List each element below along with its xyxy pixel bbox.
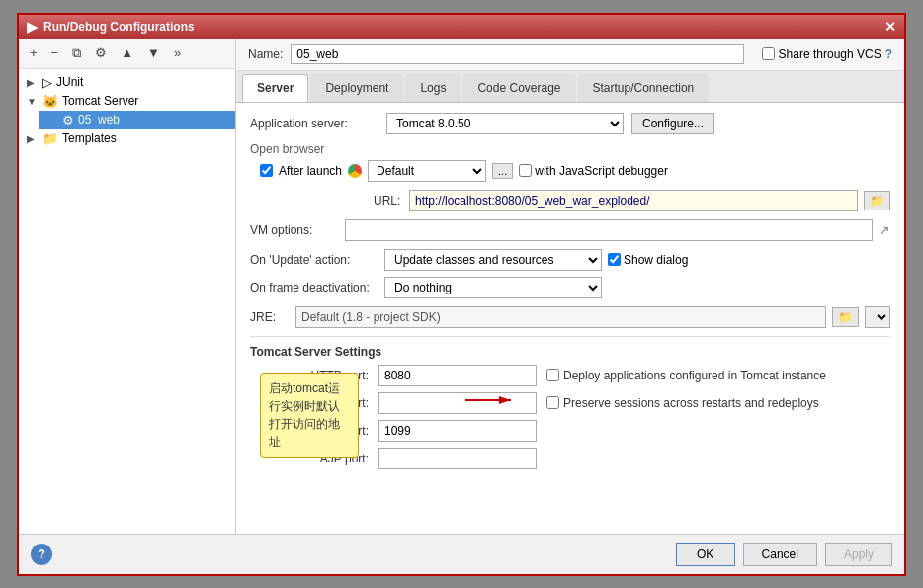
help-button[interactable]: ?	[31, 544, 52, 565]
tab-server[interactable]: Server	[242, 74, 308, 102]
junit-icon: ▷	[42, 75, 52, 90]
http-port-input[interactable]	[378, 365, 537, 386]
deploy-check-label: Deploy applications configured in Tomcat…	[563, 369, 826, 382]
run-debug-dialog: ▶ Run/Debug Configurations ✕ + − ⧉ ⚙ ▲ ▼…	[17, 13, 906, 576]
server-panel: Application server: Tomcat 8.0.50 Config…	[236, 103, 904, 534]
tree-item-tomcat-label: Tomcat Server	[62, 94, 138, 108]
on-update-select[interactable]: Update classes and resources Do nothing	[384, 249, 602, 271]
tab-logs[interactable]: Logs	[405, 74, 461, 102]
preserve-check-label: Preserve sessions across restarts and re…	[563, 396, 819, 410]
tree-toolbar: + − ⧉ ⚙ ▲ ▼ »	[19, 39, 235, 69]
expand-tomcat-icon: ▼	[27, 96, 39, 107]
browser-row: After launch Default ... with JavaScript…	[250, 160, 890, 182]
main-content: + − ⧉ ⚙ ▲ ▼ » ▶ ▷ JUnit ▼ 🐱 Tomc	[19, 39, 904, 534]
vcs-help-icon: ?	[885, 47, 892, 61]
remove-config-button[interactable]: −	[46, 42, 64, 63]
move-down-button[interactable]: ▼	[142, 42, 165, 63]
on-frame-row: On frame deactivation: Do nothing Update…	[250, 277, 890, 298]
on-update-row: On 'Update' action: Update classes and r…	[250, 249, 890, 271]
vm-options-row: VM options: ↗	[250, 219, 890, 241]
browser-more-button[interactable]: ...	[492, 163, 513, 179]
ajp-port-input[interactable]	[378, 448, 537, 469]
config-tree: ▶ ▷ JUnit ▼ 🐱 Tomcat Server ⚙ 05_web	[19, 69, 235, 534]
jre-browse-button[interactable]: 📁	[832, 307, 859, 327]
copy-config-button[interactable]: ⧉	[67, 42, 86, 64]
jmx-port-input[interactable]	[378, 420, 537, 442]
settings-title: Tomcat Server Settings	[250, 345, 890, 359]
move-up-button[interactable]: ▲	[116, 42, 138, 63]
url-label: URL:	[374, 194, 403, 208]
configure-button[interactable]: Configure...	[631, 113, 714, 134]
left-panel: + − ⧉ ⚙ ▲ ▼ » ▶ ▷ JUnit ▼ 🐱 Tomc	[19, 39, 236, 534]
browser-select[interactable]: Default	[368, 160, 486, 182]
tree-item-05web-label: 05_web	[78, 113, 120, 126]
tab-startup[interactable]: Startup/Connection	[578, 74, 710, 102]
on-update-label: On 'Update' action:	[250, 253, 378, 267]
title-bar: ▶ Run/Debug Configurations ✕	[19, 15, 904, 39]
url-folder-button[interactable]: 📁	[864, 191, 890, 210]
tree-item-templates-label: Templates	[62, 131, 117, 145]
tree-item-junit[interactable]: ▶ ▷ JUnit	[19, 73, 235, 92]
05web-icon: ⚙	[62, 113, 74, 127]
deploy-check-row: Deploy applications configured in Tomcat…	[546, 369, 890, 382]
tree-item-05web[interactable]: ⚙ 05_web	[39, 111, 235, 129]
expand-junit-icon: ▶	[27, 77, 39, 88]
app-server-row: Application server: Tomcat 8.0.50 Config…	[250, 113, 890, 134]
more-button[interactable]: »	[169, 42, 186, 63]
tomcat-children: ⚙ 05_web	[19, 111, 235, 129]
tomcat-icon: 🐱	[42, 94, 58, 109]
jre-input[interactable]	[295, 306, 826, 328]
tab-bar: Server Deployment Logs Code Coverage Sta…	[236, 71, 904, 103]
name-label: Name:	[248, 47, 283, 61]
app-server-select[interactable]: Tomcat 8.0.50	[386, 113, 624, 134]
cancel-button[interactable]: Cancel	[743, 543, 817, 566]
dialog-icon: ▶	[27, 19, 38, 35]
show-dialog-checkbox[interactable]	[608, 253, 621, 266]
vm-expand-icon: ↗	[879, 222, 890, 238]
close-button[interactable]: ✕	[884, 19, 896, 35]
apply-button[interactable]: Apply	[825, 543, 892, 566]
js-debugger-row: with JavaScript debugger	[519, 164, 668, 178]
settings-config-button[interactable]: ⚙	[90, 42, 112, 63]
share-vcs-label: Share through VCS	[779, 47, 881, 61]
add-config-button[interactable]: +	[25, 42, 42, 63]
tab-deployment[interactable]: Deployment	[310, 74, 403, 102]
after-launch-label: After launch	[279, 164, 342, 178]
chrome-icon	[348, 164, 362, 178]
url-row: URL: 📁	[364, 190, 890, 211]
jre-label: JRE:	[250, 310, 290, 324]
bottom-bar: ? OK Cancel Apply	[19, 534, 904, 574]
name-input[interactable]	[291, 44, 743, 64]
share-vcs-area: Share through VCS ?	[762, 47, 892, 61]
tree-item-templates[interactable]: ▶ 📁 Templates	[19, 129, 235, 148]
open-browser-label: Open browser	[250, 142, 890, 156]
name-bar: Name: Share through VCS ?	[236, 39, 904, 71]
annotation-bubble: 启动tomcat运行实例时默认打开访问的地址	[260, 373, 359, 458]
preserve-check-row: Preserve sessions across restarts and re…	[546, 396, 890, 410]
jre-select[interactable]	[865, 306, 890, 328]
js-debugger-checkbox[interactable]	[519, 164, 532, 177]
deploy-checkbox[interactable]	[546, 369, 559, 381]
preserve-checkbox[interactable]	[546, 396, 559, 409]
templates-icon: 📁	[42, 131, 58, 146]
ok-button[interactable]: OK	[676, 543, 735, 566]
url-input[interactable]	[409, 190, 858, 211]
dialog-title: Run/Debug Configurations	[43, 20, 195, 34]
tree-item-tomcat[interactable]: ▼ 🐱 Tomcat Server	[19, 92, 235, 111]
tree-item-junit-label: JUnit	[56, 75, 83, 89]
tab-code-coverage[interactable]: Code Coverage	[462, 74, 575, 102]
on-frame-label: On frame deactivation:	[250, 281, 378, 294]
js-debugger-label: with JavaScript debugger	[535, 164, 668, 178]
app-server-label: Application server:	[250, 117, 378, 130]
jre-row: JRE: 📁	[250, 306, 890, 337]
after-launch-checkbox[interactable]	[260, 164, 273, 177]
show-dialog-label: Show dialog	[624, 253, 688, 267]
show-dialog-row: Show dialog	[608, 253, 688, 267]
on-frame-select[interactable]: Do nothing Update classes and resources	[384, 277, 602, 298]
share-vcs-checkbox[interactable]	[762, 47, 775, 60]
vm-options-label: VM options:	[250, 223, 339, 237]
right-panel: Name: Share through VCS ? Server Deploym…	[236, 39, 904, 534]
url-section: 启动tomcat运行实例时默认打开访问的地址 URL: 📁	[250, 190, 890, 211]
annotation-arrow	[465, 392, 515, 408]
vm-options-input[interactable]	[345, 219, 873, 241]
